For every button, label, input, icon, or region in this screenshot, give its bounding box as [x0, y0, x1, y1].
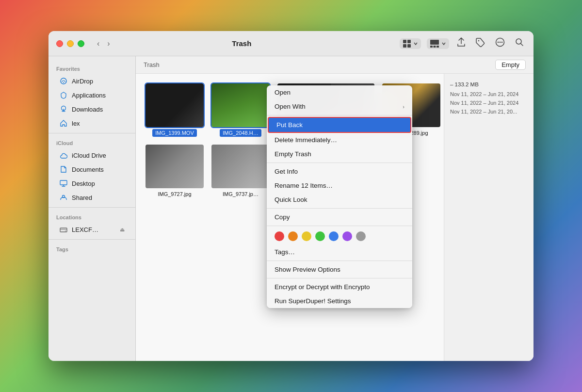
svg-rect-1 [407, 40, 411, 43]
menu-item-tags[interactable]: Tags… [267, 245, 412, 259]
svg-rect-17 [60, 180, 67, 185]
menu-show-preview-label: Show Preview Options [275, 266, 340, 273]
content-area: Trash Empty IMG_1399.MOV [136, 56, 534, 361]
menu-item-delete-immediately[interactable]: Delete Immediately… [267, 133, 412, 147]
svg-rect-7 [436, 46, 439, 48]
sidebar-item-downloads[interactable]: Downloads [51, 102, 132, 116]
sidebar-item-applications[interactable]: Applications [51, 88, 132, 102]
thumb-img-1 [146, 83, 204, 127]
svg-point-12 [501, 42, 503, 43]
menu-item-empty-trash[interactable]: Empty Trash [267, 147, 412, 161]
menu-put-back-label: Put Back [276, 121, 303, 129]
menu-empty-trash-label: Empty Trash [275, 150, 311, 158]
menu-delete-label: Delete Immediately… [275, 136, 337, 144]
search-button[interactable] [513, 36, 526, 51]
sidebar-divider-1 [48, 133, 135, 133]
menu-get-info-label: Get Info [275, 168, 298, 175]
airdrop-label: AirDrop [72, 78, 93, 85]
color-tag-blue[interactable] [329, 231, 339, 241]
favorites-label: Favorites [48, 62, 135, 74]
info-date-3: Nov 11, 2022 – Jun 21, 20... [450, 109, 528, 114]
menu-divider-3 [267, 208, 412, 209]
titlebar: ‹ › Trash [48, 31, 534, 56]
main-layout: Favorites AirDrop Appli [48, 56, 534, 361]
menu-item-encrypt[interactable]: Encrypt or Decrypt with Encrypto [267, 280, 412, 294]
menu-item-quick-look[interactable]: Quick Look [267, 193, 412, 207]
tag-button[interactable] [473, 35, 487, 51]
file-item-1[interactable]: IMG_1399.MOV [146, 83, 204, 137]
svg-point-13 [516, 39, 521, 44]
breadcrumb: Trash [144, 61, 160, 68]
menu-item-get-info[interactable]: Get Info [267, 164, 412, 179]
icloud-label: iCloud [48, 136, 135, 148]
sidebar: Favorites AirDrop Appli [48, 56, 136, 361]
maximize-button[interactable] [78, 40, 84, 47]
breadcrumb-bar: Trash Empty [136, 56, 534, 74]
sidebar-item-airdrop[interactable]: AirDrop [51, 74, 132, 88]
thumb-img-5 [146, 145, 204, 188]
menu-divider-5 [267, 261, 412, 261]
window-title: Trash [90, 39, 394, 48]
sidebar-item-desktop[interactable]: Desktop [51, 177, 132, 190]
close-button[interactable] [56, 40, 63, 47]
traffic-lights [56, 40, 84, 47]
menu-tags-label: Tags… [275, 248, 295, 256]
menu-item-open-with[interactable]: Open With › [267, 99, 412, 114]
lex-label: lex [72, 120, 80, 127]
file-thumb-1 [146, 83, 204, 127]
svg-rect-5 [430, 46, 433, 48]
menu-divider-2 [267, 163, 412, 163]
menu-item-superduper[interactable]: Run SuperDuper! Settings [267, 294, 412, 308]
empty-trash-button[interactable]: Empty [495, 60, 526, 70]
color-tag-red[interactable] [275, 231, 284, 241]
open-with-arrow: › [403, 104, 404, 110]
lexcf-label: LEXCF… [72, 226, 98, 233]
finder-window: ‹ › Trash [48, 31, 534, 361]
svg-rect-19 [60, 228, 67, 232]
sidebar-item-lexcf[interactable]: LEXCF… ⏏ [51, 223, 132, 236]
view-toggle-icon-grid[interactable] [400, 38, 421, 49]
color-tag-gray[interactable] [356, 231, 366, 241]
file-item-6[interactable]: IMG_9737.jp… [211, 145, 270, 198]
menu-rename-label: Rename 12 Items… [275, 182, 333, 189]
share-button[interactable] [455, 35, 468, 51]
file-label-1: IMG_1399.MOV [152, 129, 196, 137]
context-menu: Open Open With › Put Back Delete Immedia… [267, 85, 412, 308]
documents-icon [59, 165, 68, 174]
file-thumb-5 [146, 145, 204, 188]
view-gallery-toggle[interactable] [427, 38, 449, 49]
color-tag-purple[interactable] [342, 231, 352, 241]
menu-open-label: Open [275, 89, 291, 96]
menu-item-copy[interactable]: Copy [267, 210, 412, 224]
info-date-2: Nov 11, 2022 – Jun 21, 2024 [450, 100, 528, 106]
sidebar-item-lex[interactable]: lex [51, 116, 132, 130]
menu-encrypt-label: Encrypt or Decrypt with Encrypto [275, 283, 370, 291]
more-button[interactable] [493, 35, 507, 51]
sidebar-item-documents[interactable]: Documents [51, 163, 132, 176]
file-label-6: IMG_9737.jp… [220, 190, 261, 198]
menu-open-with-label: Open With [275, 103, 306, 110]
color-tag-green[interactable] [315, 231, 325, 241]
menu-item-show-preview[interactable]: Show Preview Options [267, 262, 412, 277]
toolbar-actions [400, 35, 526, 51]
applications-icon [59, 91, 68, 99]
svg-point-15 [63, 82, 64, 83]
file-label-2: IMG_2048.H… [220, 129, 261, 137]
color-tag-yellow[interactable] [302, 231, 311, 241]
minimize-button[interactable] [67, 40, 74, 47]
icloud-drive-label: iCloud Drive [72, 152, 106, 159]
sidebar-item-icloud-drive[interactable]: iCloud Drive [51, 148, 132, 162]
eject-button[interactable]: ⏏ [120, 227, 125, 233]
menu-divider-1 [267, 115, 412, 115]
menu-item-open[interactable]: Open [267, 85, 412, 99]
file-item-2[interactable]: IMG_2048.H… [211, 83, 270, 137]
airdrop-icon [59, 77, 68, 85]
menu-item-rename[interactable]: Rename 12 Items… [267, 179, 412, 193]
menu-divider-4 [267, 226, 412, 226]
menu-item-put-back[interactable]: Put Back [268, 117, 411, 133]
file-item-5[interactable]: IMG_9727.jpg [146, 145, 204, 198]
svg-rect-3 [407, 44, 411, 48]
sidebar-item-shared[interactable]: Shared [51, 191, 132, 204]
color-tag-orange[interactable] [288, 231, 298, 241]
downloads-label: Downloads [72, 106, 103, 113]
